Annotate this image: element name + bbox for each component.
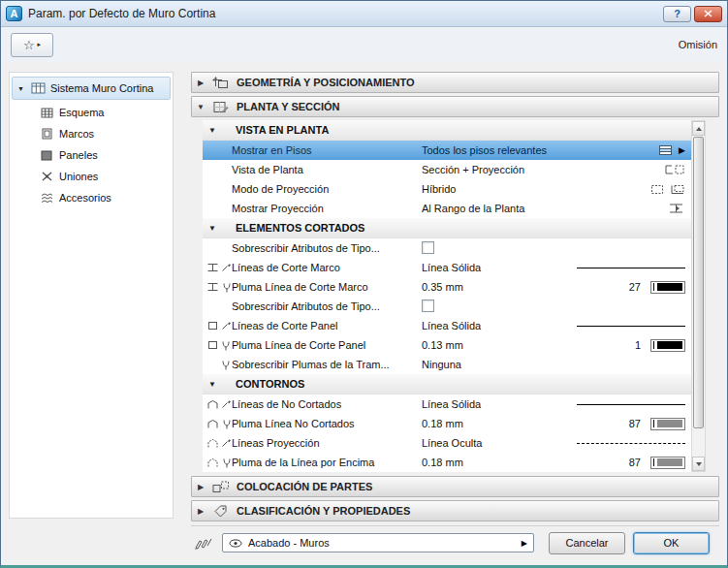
sidebar-item-accesorios[interactable]: Accesorios [10, 187, 173, 208]
pen-weight-value[interactable]: 0.13 mm [422, 339, 565, 351]
sidebar-item-paneles[interactable]: Paneles [10, 144, 173, 166]
linetype-value[interactable]: Línea Sólida [422, 262, 565, 273]
close-button[interactable] [694, 6, 722, 22]
linetype-preview[interactable] [577, 326, 685, 327]
row-sobrescribir-atributos-panel[interactable]: Sobrescribir Atributos de Tipo... [203, 297, 691, 316]
linetype-value[interactable]: Línea Sólida [422, 398, 565, 410]
row-label: Pluma de la Línea por Encima [232, 457, 422, 468]
row-mostrar-en-pisos[interactable]: Mostrar en Pisos Todos los pisos relevan… [203, 141, 691, 160]
linetype-preview[interactable] [577, 268, 685, 268]
pen-icon [220, 360, 232, 370]
projection-range-value[interactable]: Al Rango de la Planta [422, 203, 565, 214]
group-header-contornos[interactable]: ▼ CONTORNOS [203, 374, 691, 394]
pen-color-preview[interactable] [650, 418, 685, 430]
pen-weight-value[interactable]: 0.18 mm [422, 418, 565, 429]
row-lineas-de-corte-panel[interactable]: Líneas de Corte Panel Línea Sólida [203, 316, 691, 335]
row-lineas-proyeccion[interactable]: Líneas Proyección Línea Oculta [203, 433, 691, 453]
sidebar-item-marcos[interactable]: Marcos [10, 123, 173, 144]
projection-mode-hybrid-icon[interactable] [670, 184, 685, 195]
row-sobrescribir-atributos-marco[interactable]: Sobrescribir Atributos de Tipo... [203, 238, 691, 258]
tree-item-label: Uniones [59, 171, 98, 182]
dialog-window: A Param. por Defecto de Muro Cortina ? ☆… [0, 0, 728, 568]
popup-arrow-icon[interactable]: ▶ [679, 146, 685, 155]
stories-picker-icon[interactable] [658, 144, 673, 156]
favorites-button[interactable]: ☆ ▸ [11, 33, 53, 57]
collapse-triangle-icon[interactable]: ▼ [208, 224, 222, 233]
linetype-preview[interactable] [577, 404, 685, 405]
scrollbar-thumb[interactable] [693, 137, 704, 428]
ok-button[interactable]: OK [633, 532, 710, 554]
stories-value[interactable]: Todos los pisos relevantes [422, 144, 565, 156]
plan-section-icon [211, 101, 231, 113]
section-geometria-y-posicionamiento[interactable]: ▶ GEOMETRÍA Y POSICIONAMIENTO [191, 72, 719, 93]
pen-number: 87 [629, 418, 641, 429]
pen-weight-value[interactable]: 0.18 mm [422, 457, 565, 468]
row-modo-de-proyeccion[interactable]: Modo de Proyección Híbrido [203, 179, 691, 199]
star-icon: ☆ [23, 39, 35, 51]
linetype-pencil-icon [221, 399, 232, 410]
sidebar-item-uniones[interactable]: Uniones [10, 166, 173, 187]
group-header-elementos-cortados[interactable]: ▼ ELEMENTOS CORTADOS [203, 218, 691, 238]
row-lineas-de-corte-marco[interactable]: Líneas de Corte Marco Línea Sólida [203, 258, 691, 277]
scheme-icon [39, 108, 54, 118]
expand-arrow-icon[interactable]: ▶ [196, 79, 206, 87]
projection-range-picker-icon[interactable] [668, 203, 685, 214]
linetype-value[interactable]: Línea Sólida [422, 320, 565, 331]
row-lineas-de-no-cortados[interactable]: Líneas de No Cortados Línea Sólida [203, 394, 691, 414]
settings-rows: ▼ VISTA EN PLANTA Mostrar en Pisos Todos… [203, 120, 691, 472]
geometry-icon [211, 77, 231, 89]
scroll-down-button[interactable] [692, 457, 705, 471]
override-attributes-checkbox[interactable] [422, 241, 434, 254]
override-attributes-checkbox[interactable] [422, 300, 434, 312]
fill-pen-override-value[interactable]: Ninguna [422, 359, 565, 370]
pen-color-preview[interactable] [650, 457, 685, 469]
row-vista-de-planta[interactable]: Vista de Planta Sección + Proyección [203, 160, 691, 179]
row-label: Sobrescribir Atributos de Tipo... [232, 300, 422, 312]
collapse-triangle-icon[interactable]: ▼ [208, 126, 222, 135]
classification-icon [211, 504, 231, 518]
contour-icon [206, 399, 219, 410]
sidebar-item-esquema[interactable]: Esquema [10, 102, 173, 123]
linetype-preview[interactable] [577, 443, 685, 444]
surface-dropdown[interactable]: Acabado - Muros ▶ [222, 533, 534, 552]
cancel-button[interactable]: Cancelar [549, 532, 625, 554]
plan-view-value[interactable]: Sección + Proyección [422, 164, 565, 175]
collapse-triangle-icon[interactable]: ▼ [208, 380, 222, 389]
scroll-up-button[interactable] [692, 121, 705, 136]
projection-contour-icon [206, 438, 219, 449]
accessories-icon [39, 192, 54, 204]
row-pluma-de-la-linea-por-encima[interactable]: Pluma de la Línea por Encima 0.18 mm 87 [203, 453, 691, 472]
linetype-value[interactable]: Línea Oculta [422, 437, 565, 449]
row-pluma-linea-de-corte-marco[interactable]: Pluma Línea de Corte Marco 0.35 mm 27 [203, 277, 691, 297]
row-label: Sobrescribir Plumas de la Tram... [232, 359, 422, 370]
titlebar[interactable]: A Param. por Defecto de Muro Cortina ? [1, 1, 727, 27]
pen-weight-value[interactable]: 0.35 mm [422, 281, 565, 293]
section-colocacion-de-partes[interactable]: ▶ COLOCACIÓN DE PARTES [191, 476, 719, 497]
tree-expander-icon[interactable]: ▼ [16, 85, 25, 92]
section-clasificacion-y-propiedades[interactable]: ▶ CLASIFICACIÓN Y PROPIEDADES [191, 500, 719, 521]
help-button[interactable]: ? [663, 6, 691, 22]
mullion-icon [206, 263, 219, 272]
collapse-arrow-icon[interactable]: ▼ [196, 103, 206, 111]
row-pluma-linea-no-cortados[interactable]: Pluma Línea No Cortados 0.18 mm 87 [203, 414, 691, 433]
row-pluma-linea-de-corte-panel[interactable]: Pluma Línea de Corte Panel 0.13 mm 1 [203, 335, 691, 355]
expand-arrow-icon[interactable]: ▶ [196, 483, 206, 491]
plan-view-picker-icon[interactable] [664, 164, 685, 175]
projection-mode-dashed-icon[interactable] [650, 184, 664, 195]
row-label: Líneas de Corte Panel [232, 320, 422, 331]
row-label: Pluma Línea No Cortados [232, 418, 422, 429]
group-header-vista-en-planta[interactable]: ▼ VISTA EN PLANTA [203, 120, 691, 141]
row-mostrar-proyeccion[interactable]: Mostrar Proyección Al Rango de la Planta [203, 199, 691, 218]
pen-number: 87 [629, 457, 641, 468]
section-planta-y-seccion[interactable]: ▼ PLANTA Y SECCIÓN [191, 96, 719, 117]
row-sobrescribir-plumas-trama[interactable]: Sobrescribir Plumas de la Tram... Ningun… [203, 355, 691, 374]
pen-color-preview[interactable] [650, 281, 685, 294]
row-label: Pluma Línea de Corte Panel [232, 339, 422, 351]
vertical-scrollbar[interactable] [691, 120, 706, 472]
pen-color-preview[interactable] [650, 339, 685, 352]
expand-arrow-icon[interactable]: ▶ [196, 507, 206, 516]
row-label: Modo de Proyección [232, 183, 422, 195]
section-title: GEOMETRÍA Y POSICIONAMIENTO [237, 77, 415, 88]
sidebar-item-sistema-muro-cortina[interactable]: ▼ Sistema Muro Cortina [12, 77, 171, 100]
projection-mode-value[interactable]: Híbrido [422, 183, 565, 195]
